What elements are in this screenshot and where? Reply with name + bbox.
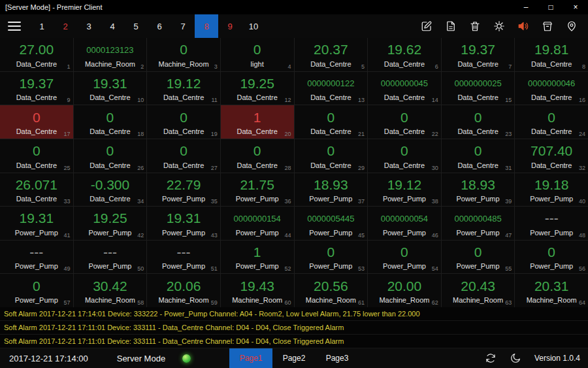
data-cell-1[interactable]: 27.00Data_Centre1 xyxy=(0,38,73,71)
data-cell-62[interactable]: 20.00Machine_Room62 xyxy=(368,274,441,307)
page-number-7[interactable]: 7 xyxy=(171,14,195,38)
data-cell-48[interactable]: ---Power_Pump48 xyxy=(515,207,588,240)
cell-value: 0 xyxy=(442,241,515,263)
data-cell-40[interactable]: 19.18Power_Pump40 xyxy=(515,173,588,207)
cell-label: Data_Centre xyxy=(295,93,368,102)
data-cell-42[interactable]: 19.25Power_Pump42 xyxy=(74,207,147,240)
data-cell-51[interactable]: ---Power_Pump51 xyxy=(147,241,220,274)
data-cell-10[interactable]: 19.31Data_Centre10 xyxy=(74,72,147,105)
data-cell-49[interactable]: ---Power_Pump49 xyxy=(0,241,73,274)
page-number-5[interactable]: 5 xyxy=(124,14,148,38)
close-button[interactable]: × xyxy=(563,0,588,14)
data-cell-22[interactable]: 0Data_Centre22 xyxy=(368,105,441,139)
alarm-row[interactable]: Soft Alarm 2017-12-21 17:14:01 Device: 3… xyxy=(0,307,588,321)
cell-label: Data_Centre xyxy=(368,93,441,102)
tab-page3[interactable]: Page3 xyxy=(316,348,359,368)
data-cell-5[interactable]: 20.37Data_Centre5 xyxy=(295,38,368,71)
cell-value: 0000005445 xyxy=(295,207,368,229)
data-cell-14[interactable]: 0000000045Data_Centre14 xyxy=(368,72,441,105)
data-cell-12[interactable]: 19.25Data_Centre12 xyxy=(221,72,294,105)
data-cell-41[interactable]: 19.31Power_Pump41 xyxy=(0,207,73,240)
data-cell-47[interactable]: 0000000485Power_Pump47 xyxy=(442,207,515,240)
data-cell-3[interactable]: 0Machine_Room3 xyxy=(147,38,220,71)
data-cell-20[interactable]: 1Data_Centre20 xyxy=(221,105,294,139)
data-cell-55[interactable]: 0Power_Pump55 xyxy=(442,241,515,274)
data-cell-39[interactable]: 18.93Power_Pump39 xyxy=(442,173,515,207)
data-cell-31[interactable]: 0Data_Centre31 xyxy=(442,139,515,173)
data-cell-64[interactable]: 20.31Machine_Room64 xyxy=(515,274,588,307)
alarm-row[interactable]: Soft Alarm 2017-12-21 17:11:01 Device: 3… xyxy=(0,335,588,348)
data-cell-15[interactable]: 0000000025Data_Centre15 xyxy=(442,72,515,105)
tab-page2[interactable]: Page2 xyxy=(272,348,316,368)
data-cell-61[interactable]: 20.56Machine_Room61 xyxy=(295,274,368,307)
data-cell-63[interactable]: 20.43Machine_Room63 xyxy=(442,274,515,307)
data-cell-11[interactable]: 19.12Data_Centre11 xyxy=(147,72,220,105)
data-cell-13[interactable]: 0000000122Data_Centre13 xyxy=(295,72,368,105)
data-cell-19[interactable]: 0Data_Centre19 xyxy=(147,105,220,139)
data-cell-44[interactable]: 0000000154Power_Pump44 xyxy=(221,207,294,240)
data-cell-16[interactable]: 0000000046Data_Centre16 xyxy=(515,72,588,105)
data-cell-58[interactable]: 30.42Machine_Room58 xyxy=(74,274,147,307)
data-cell-60[interactable]: 19.43Machine_Room60 xyxy=(221,274,294,307)
data-cell-56[interactable]: 0Power_Pump56 xyxy=(515,241,588,274)
data-cell-43[interactable]: 19.31Power_Pump43 xyxy=(147,207,220,240)
data-cell-37[interactable]: 18.93Power_Pump37 xyxy=(295,173,368,207)
page-number-3[interactable]: 3 xyxy=(77,14,101,38)
data-cell-23[interactable]: 0Data_Centre23 xyxy=(442,105,515,139)
data-cell-26[interactable]: 0Data_Centre26 xyxy=(74,139,147,173)
page-number-8[interactable]: 8 xyxy=(195,14,218,38)
data-cell-57[interactable]: 0Power_Pump57 xyxy=(0,274,73,307)
bin-icon[interactable] xyxy=(542,20,553,32)
tab-page1[interactable]: Page1 xyxy=(229,348,272,368)
night-mode-icon[interactable] xyxy=(510,352,521,364)
data-cell-46[interactable]: 0000000054Power_Pump46 xyxy=(368,207,441,240)
data-cell-25[interactable]: 0Data_Centre25 xyxy=(0,139,73,173)
page-number-9[interactable]: 9 xyxy=(218,14,242,38)
data-cell-30[interactable]: 0Data_Centre30 xyxy=(368,139,441,173)
page-number-6[interactable]: 6 xyxy=(148,14,171,38)
data-cell-50[interactable]: ---Power_Pump50 xyxy=(74,241,147,274)
data-cell-2[interactable]: 0000123123Machine_Room2 xyxy=(74,38,147,71)
edit-icon[interactable] xyxy=(421,20,433,32)
data-cell-34[interactable]: -0.300Data_Centre34 xyxy=(74,173,147,207)
report-icon[interactable] xyxy=(445,20,457,32)
data-cell-29[interactable]: 0Data_Centre29 xyxy=(295,139,368,173)
trash-icon[interactable] xyxy=(469,20,481,32)
data-cell-7[interactable]: 19.37Data_Centre7 xyxy=(442,38,515,71)
data-cell-54[interactable]: 0Power_Pump54 xyxy=(368,241,441,274)
page-number-1[interactable]: 1 xyxy=(30,14,54,38)
data-cell-24[interactable]: 0Data_Centre24 xyxy=(515,105,588,139)
data-cell-8[interactable]: 19.81Data_Centre8 xyxy=(515,38,588,71)
data-cell-32[interactable]: 707.40Data_Centre32 xyxy=(515,139,588,173)
data-cell-35[interactable]: 22.79Power_Pump35 xyxy=(147,173,220,207)
maximize-button[interactable]: □ xyxy=(538,0,563,14)
data-cell-53[interactable]: 0Power_Pump53 xyxy=(295,241,368,274)
data-cell-36[interactable]: 21.75Power_Pump36 xyxy=(221,173,294,207)
data-cell-9[interactable]: 19.37Data_Centre9 xyxy=(0,72,73,105)
data-cell-45[interactable]: 0000005445Power_Pump45 xyxy=(295,207,368,240)
location-icon[interactable] xyxy=(566,20,578,32)
data-cell-33[interactable]: 26.071Data_Centre33 xyxy=(0,173,73,207)
page-number-2[interactable]: 2 xyxy=(54,14,77,38)
page-number-4[interactable]: 4 xyxy=(101,14,124,38)
cell-index: 31 xyxy=(505,165,512,171)
data-cell-21[interactable]: 0Data_Centre21 xyxy=(295,105,368,139)
page-number-10[interactable]: 10 xyxy=(242,14,265,38)
data-cell-4[interactable]: 0light4 xyxy=(221,38,294,71)
alarm-row[interactable]: Soft Alarm 2017-12-21 17:11:01 Device: 3… xyxy=(0,321,588,335)
data-cell-38[interactable]: 19.12Power_Pump38 xyxy=(368,173,441,207)
cell-value: 0000000485 xyxy=(442,207,515,229)
data-cell-27[interactable]: 0Data_Centre27 xyxy=(147,139,220,173)
data-cell-18[interactable]: 0Data_Centre18 xyxy=(74,105,147,139)
data-cell-17[interactable]: 0Data_Centre17 xyxy=(0,105,73,139)
sync-icon[interactable] xyxy=(485,352,497,364)
menu-icon[interactable] xyxy=(8,19,21,33)
settings-icon[interactable] xyxy=(493,20,505,32)
data-cell-59[interactable]: 20.06Machine_Room59 xyxy=(147,274,220,307)
data-cell-6[interactable]: 19.62Data_Centre6 xyxy=(368,38,441,71)
minimize-button[interactable]: – xyxy=(514,0,538,14)
data-cell-28[interactable]: 0Data_Centre28 xyxy=(221,139,294,173)
data-cell-52[interactable]: 1Power_Pump52 xyxy=(221,241,294,274)
cell-index: 54 xyxy=(432,265,438,272)
speaker-icon[interactable] xyxy=(517,20,529,32)
